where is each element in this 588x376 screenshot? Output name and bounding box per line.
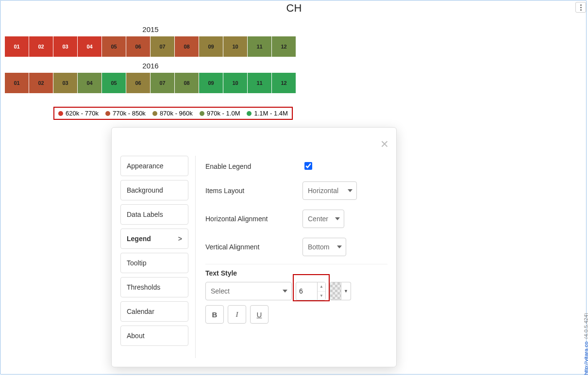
- font-color-picker[interactable]: ▼: [330, 282, 351, 300]
- legend-text: 970k - 1.0M: [207, 110, 240, 117]
- legend-text: 770k - 850k: [113, 110, 146, 117]
- year-label: 2015: [5, 25, 296, 33]
- legend-dot-icon: [105, 111, 110, 116]
- month-cell[interactable]: 04: [78, 36, 101, 57]
- h-align-select[interactable]: Center: [302, 210, 344, 228]
- tab-appearance[interactable]: Appearance: [120, 156, 188, 176]
- legend-text: 1.1M - 1.4M: [254, 110, 287, 117]
- legend-item[interactable]: 1.1M - 1.4M: [247, 110, 287, 117]
- month-cell[interactable]: 02: [29, 73, 53, 93]
- legend-dot-icon: [247, 111, 252, 116]
- font-size-down[interactable]: ▼: [318, 292, 325, 300]
- month-cell[interactable]: 12: [272, 73, 296, 93]
- year-label: 2016: [5, 62, 296, 70]
- month-cell[interactable]: 03: [53, 73, 77, 93]
- settings-form: Enable Legend Items Layout Horizontal Ho…: [196, 156, 387, 358]
- font-family-select[interactable]: Select: [205, 282, 292, 300]
- month-cell[interactable]: 02: [29, 36, 53, 57]
- tab-legend[interactable]: Legend>: [120, 229, 188, 249]
- legend-item[interactable]: 870k - 960k: [152, 110, 193, 117]
- chevron-down-icon: ▼: [341, 282, 351, 300]
- month-cell[interactable]: 07: [151, 36, 174, 57]
- tab-tooltip[interactable]: Tooltip: [120, 253, 188, 273]
- font-size-up[interactable]: ▲: [318, 282, 325, 292]
- tab-background[interactable]: Background: [120, 180, 188, 200]
- month-cell[interactable]: 05: [102, 73, 126, 93]
- tab-label: Background: [127, 186, 163, 194]
- legend-text: 870k - 960k: [160, 110, 193, 117]
- legend-item[interactable]: 770k - 850k: [105, 110, 146, 117]
- tab-about[interactable]: About: [120, 326, 188, 346]
- legend-item[interactable]: 970k - 1.0M: [200, 110, 240, 117]
- text-style-heading: Text Style: [205, 269, 387, 277]
- month-cell[interactable]: 01: [5, 36, 29, 57]
- items-layout-select[interactable]: Horizontal: [302, 181, 357, 200]
- month-cell[interactable]: 09: [199, 73, 223, 93]
- legend-dot-icon: [58, 111, 63, 116]
- v-align-select[interactable]: Bottom: [302, 238, 346, 256]
- enable-legend-checkbox[interactable]: [304, 162, 312, 170]
- tab-label: Calendar: [127, 308, 154, 315]
- month-cell[interactable]: 12: [272, 36, 296, 57]
- tab-thresholds[interactable]: Thresholds: [120, 277, 188, 297]
- legend-dot-icon: [152, 111, 157, 116]
- v-align-label: Vertical Alignment: [205, 243, 302, 251]
- month-cell[interactable]: 08: [175, 36, 199, 57]
- watermark: (4.0.5.424) http://vitara.co: [583, 313, 588, 375]
- legend-box: 620k - 770k770k - 850k870k - 960k970k - …: [53, 107, 293, 120]
- font-size-input[interactable]: [296, 282, 317, 300]
- month-cell[interactable]: 11: [248, 36, 271, 57]
- tab-label: About: [127, 332, 145, 340]
- month-cell[interactable]: 06: [126, 36, 150, 57]
- version-label: (4.0.5.424): [583, 313, 588, 339]
- vendor-link[interactable]: http://vitara.co: [583, 342, 588, 375]
- underline-button[interactable]: U: [250, 305, 269, 324]
- chevron-right-icon: >: [178, 235, 182, 243]
- month-cell[interactable]: 08: [175, 73, 199, 93]
- font-size-control: ▲ ▼: [296, 282, 326, 300]
- tab-label: Legend: [127, 235, 151, 243]
- color-swatch-icon: [330, 282, 341, 300]
- month-cell[interactable]: 10: [223, 73, 247, 93]
- close-icon[interactable]: ×: [381, 137, 388, 151]
- month-cell[interactable]: 01: [5, 73, 29, 93]
- h-align-label: Horizontal Alignment: [205, 215, 302, 223]
- page-title: CH: [0, 2, 588, 15]
- legend-text: 620k - 770k: [66, 110, 99, 117]
- tab-label: Thresholds: [127, 283, 160, 291]
- italic-button[interactable]: I: [228, 305, 246, 324]
- bold-button[interactable]: B: [205, 305, 224, 324]
- month-cell[interactable]: 09: [199, 36, 223, 57]
- tab-label: Data Labels: [127, 211, 163, 218]
- legend-dot-icon: [200, 111, 204, 116]
- items-layout-label: Items Layout: [205, 187, 302, 195]
- settings-tabs: AppearanceBackgroundData LabelsLegend>To…: [120, 156, 196, 358]
- month-cell[interactable]: 11: [248, 73, 271, 93]
- month-cell[interactable]: 03: [53, 36, 77, 57]
- month-cell[interactable]: 05: [102, 36, 126, 57]
- tab-label: Tooltip: [127, 259, 146, 267]
- settings-modal: × AppearanceBackgroundData LabelsLegend>…: [111, 127, 397, 367]
- tab-calendar[interactable]: Calendar: [120, 301, 188, 322]
- month-cell[interactable]: 06: [126, 73, 150, 93]
- enable-legend-label: Enable Legend: [205, 163, 302, 170]
- tab-label: Appearance: [127, 162, 164, 170]
- month-cell[interactable]: 04: [78, 73, 101, 93]
- tab-datalabels[interactable]: Data Labels: [120, 204, 188, 225]
- month-cell[interactable]: 10: [223, 36, 247, 57]
- month-cell[interactable]: 07: [151, 73, 174, 93]
- calendar-heatmap: 2015010203040506070809101112201601020304…: [5, 25, 296, 93]
- legend-item[interactable]: 620k - 770k: [58, 110, 99, 117]
